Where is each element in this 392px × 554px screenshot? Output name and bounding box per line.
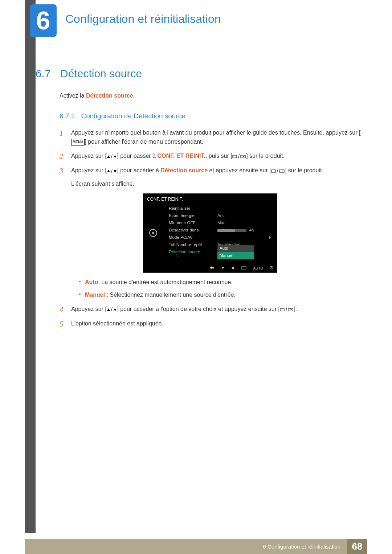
select-enter-icon: / [271,167,285,176]
osd-nav-bar: AUTO [143,264,277,271]
select-enter-icon: / [280,305,294,314]
menu-button-icon: MENU [71,139,85,145]
svg-marker-9 [221,267,224,269]
subsection-number: 6.7.1 [60,112,75,120]
osd-val-disable: 4h [217,227,273,234]
step-1: 1 Appuyez sur n'importe quel bouton à l'… [60,128,361,147]
section-number: 6.7 [36,67,51,79]
content-area: Activez la Détection source. 6.7.1 Confi… [60,91,361,333]
osd-item-reset: Réinitialiser [169,205,212,212]
svg-marker-10 [232,266,234,269]
step-number: 1 [60,128,63,139]
up-down-icon: / [107,167,117,176]
osd-item-disable: Désactiver dans [169,227,212,234]
svg-rect-2 [233,155,237,158]
osd-title: CONF. ET REINIT. [143,194,277,205]
step-number: 5 [60,319,63,330]
step3-highlight: Détection source [160,167,208,173]
step-4: 4 Appuyez sur [/] pour accéder à l'optio… [60,305,361,314]
osd-dropdown: AutoManuel [217,245,254,259]
step4-text-c: ]. [294,306,297,312]
bullet-manual: Manuel : Sélectionnez manuellement une s… [79,291,361,300]
step3-text-c: et appuyez ensuite sur [ [208,167,271,173]
osd-item-energy: Econ. énergie [169,213,212,219]
osd-item-repeat: Tch Nombre répét [169,242,212,248]
intro-suffix: . [133,93,135,99]
bullet-auto-label: Auto [85,279,98,285]
options-bullets: Auto: La source d'entrée est automatique… [79,278,361,300]
step3-text-a: Appuyez sur [ [71,167,107,173]
svg-marker-1 [114,156,117,158]
step3-text-d: ] sur le produit. [285,167,323,173]
osd-val-energy: Arr. [217,213,273,219]
chevron-right-icon [269,236,271,239]
osd-menu-list: Réinitialiser Econ. énergie:Arr. Minuter… [161,205,275,261]
step2-text-a: Appuyez sur [ [71,153,107,159]
svg-rect-11 [242,266,246,269]
step2-text-d: ] sur le produit. [246,153,285,159]
auto-label: AUTO [253,266,263,271]
osd-screenshot: CONF. ET REINIT. Réinitialiser Econ. éne… [60,193,361,273]
osd-option-auto: Auto [217,245,254,252]
svg-marker-8 [210,266,214,269]
step-3: 3 Appuyez sur [/] pour accéder à Détecti… [60,166,361,299]
power-icon [270,266,273,271]
svg-marker-5 [114,170,117,173]
osd-icon-column [146,205,161,261]
chapter-number: 6 [36,8,50,33]
back-icon [209,266,215,271]
up-down-icon: / [107,152,117,161]
down-icon [221,266,225,271]
osd-item-source-detect: Détection source [169,249,212,255]
osd-val-timeroff: Mar. [217,220,273,226]
step2-highlight: CONF. ET REINIT. [157,153,205,159]
svg-marker-15 [114,309,117,311]
gear-icon [149,229,157,237]
step-number: 4 [60,304,63,315]
subsection-title: Configuration de Détection source [81,112,185,120]
chapter-title: Configuration et réinitialisation [65,12,221,26]
select-enter-icon: / [232,152,246,161]
svg-rect-16 [280,308,284,311]
step-number: 3 [60,165,63,177]
step5-text: L'option sélectionnée est appliquée. [71,320,163,327]
step-5: 5 L'option sélectionnée est appliquée. [60,319,361,328]
step4-text-a: Appuyez sur [ [71,306,107,312]
left-sidebar-stripe [25,0,36,533]
step-2: 2 Appuyez sur [/] pour passer à CONF. ET… [60,152,361,161]
steps-list: 1 Appuyez sur n'importe quel bouton à l'… [60,128,361,328]
intro-highlight: Détection source [86,93,133,99]
step1-text-a: Appuyez sur n'importe quel bouton à l'av… [71,130,360,136]
bullet-auto-text: : La source d'entrée est automatiquement… [98,279,232,285]
step2-text-c: , puis sur [ [205,153,232,159]
svg-marker-4 [107,170,110,172]
svg-rect-6 [271,170,275,172]
step-number: 2 [60,151,63,162]
subsection-heading: 6.7.1 Configuration de Détection source [60,111,361,121]
section-heading: 6.7 Détection source [36,67,142,80]
step3-followup: L'écran suivant s'affiche. [71,180,361,189]
svg-marker-14 [107,308,110,311]
chapter-number-badge: 6 [30,4,57,37]
osd-item-pcav: Mode PC/AV [169,234,212,241]
up-down-icon: / [107,305,117,314]
footer-text: 6 Configuration et réinitialisation [257,539,347,554]
section-title: Détection source [60,67,142,79]
bullet-manual-label: Manuel [85,292,105,298]
intro-line: Activez la Détection source. [60,91,361,100]
bullet-manual-text: : Sélectionnez manuellement une source d… [105,292,236,298]
step1-text-b: ] pour afficher l'écran de menu correspo… [85,139,203,145]
step2-text-b: ] pour passer à [117,153,157,159]
step3-text-b: ] pour accéder à [117,167,160,173]
bullet-auto: Auto: La source d'entrée est automatique… [79,278,361,287]
osd-panel: CONF. ET REINIT. Réinitialiser Econ. éne… [143,193,277,273]
intro-prefix: Activez la [60,93,86,99]
page-footer: 6 Configuration et réinitialisation 68 [25,539,367,554]
step4-text-b: ] pour accéder à l'option de votre choix… [117,306,280,312]
up-icon [231,266,235,271]
enter-icon [241,266,246,271]
osd-item-timeroff: Minuterie OFF [169,220,212,226]
osd-option-manual: Manuel [217,252,254,259]
footer-page-number: 68 [347,539,367,554]
svg-marker-0 [107,155,110,158]
